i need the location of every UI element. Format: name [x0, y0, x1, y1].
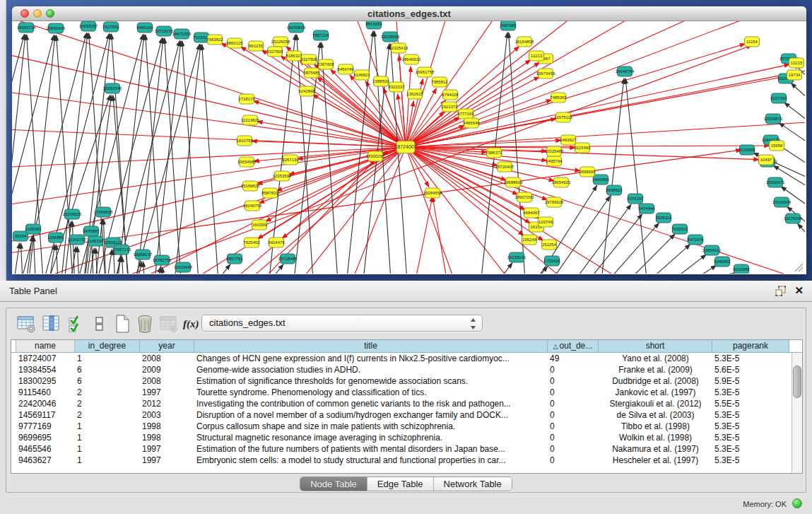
graph-node[interactable]: 9463627 [560, 135, 577, 145]
graph-node[interactable]: 25226058 [271, 37, 290, 47]
graph-node[interactable]: 19756928 [545, 197, 564, 207]
graph-node[interactable]: 1733426 [543, 256, 560, 266]
graph-node[interactable]: 7857224 [312, 30, 329, 40]
graph-node[interactable]: 17359928 [94, 207, 113, 217]
graph-node[interactable]: 9474444 [638, 204, 655, 214]
column-select-icon[interactable] [42, 314, 61, 334]
minimize-window-button[interactable] [33, 9, 42, 18]
column-header-pagerank[interactable]: pagerank [712, 340, 789, 352]
table-row[interactable]: 1830029562008Estimation of significance … [11, 375, 802, 387]
node-attribute-table[interactable]: namein_degreeyeartitle△out_de...shortpag… [11, 339, 803, 474]
delete-icon[interactable] [135, 314, 155, 334]
graph-node[interactable]: 19218506 [381, 32, 400, 42]
graph-node[interactable]: 9146821 [353, 70, 370, 80]
graph-node[interactable]: 16046755 [243, 201, 262, 211]
graph-node[interactable]: 1621072 [441, 102, 458, 112]
graph-node[interactable]: 2687682 [500, 21, 517, 30]
graph-node[interactable]: 12213 [529, 51, 544, 61]
graph-node[interactable]: 5875685 [303, 68, 320, 78]
graph-node[interactable]: 252254 [542, 240, 557, 250]
graph-node[interactable]: 20206505 [63, 209, 82, 219]
graph-node[interactable]: 195248 [522, 235, 537, 245]
graph-node[interactable]: 16154808 [515, 37, 534, 47]
graph-node[interactable]: 9115460 [575, 143, 592, 153]
table-row[interactable]: 911546021997Tourette syndrome. Phenomeno… [11, 387, 802, 398]
table-row[interactable]: 1872400712008Changes of HCN gene express… [11, 353, 802, 364]
graph-node[interactable]: 16053809 [287, 23, 306, 33]
scrollbar-thumb[interactable] [793, 366, 801, 398]
graph-node[interactable]: 9245652 [714, 257, 731, 267]
graph-node[interactable]: 1640954 [592, 175, 609, 185]
graph-node[interactable]: 12975115 [554, 112, 573, 122]
row-checks-icon[interactable] [67, 314, 87, 334]
graph-node[interactable]: 9465546 [463, 118, 480, 128]
graph-node[interactable]: 9327508 [300, 54, 317, 64]
table-row[interactable]: 2242004622012Investigating the contribut… [11, 398, 802, 409]
graph-node[interactable]: 14138141 [507, 252, 526, 262]
graph-node[interactable]: 8813054 [365, 21, 382, 29]
graph-node[interactable]: 7625402 [243, 238, 260, 247]
tab-edge-table[interactable]: Edge Table [367, 477, 434, 491]
float-panel-icon[interactable] [775, 286, 787, 297]
graph-node[interactable]: 16648784 [616, 66, 635, 76]
graph-node[interactable]: 39154 [13, 231, 28, 241]
graph-node[interactable]: 9495794 [546, 156, 563, 166]
table-row[interactable]: 1938455462009Genome-wide association stu… [11, 364, 802, 375]
graph-node[interactable]: 7955812 [431, 77, 448, 87]
graph-node[interactable]: 9466160 [136, 23, 153, 33]
graph-node[interactable]: 7632621 [671, 224, 688, 234]
window-resize-grip[interactable] [792, 261, 804, 272]
table-row[interactable]: 1456911722003Disruption of a novel membe… [11, 409, 802, 421]
graph-node[interactable]: 9699695 [579, 167, 596, 177]
graph-node[interactable]: 10958107 [134, 250, 153, 259]
graph-node[interactable]: 11154 [745, 37, 760, 47]
citation-network-graph[interactable]: 1405572420691406106532671527602946616010… [12, 21, 805, 274]
table-row[interactable]: 946554611997Estimation of the future num… [11, 443, 802, 455]
graph-node[interactable]: 9860125 [226, 38, 243, 48]
graph-node[interactable]: 14671355 [172, 29, 192, 39]
graph-node[interactable]: 9975887 [83, 226, 100, 236]
graph-node[interactable]: 8215955 [739, 145, 755, 155]
table-row[interactable]: 969969511998Structural magnetic resonanc… [11, 432, 802, 443]
graph-node[interactable]: 14055724 [17, 23, 36, 33]
graph-node[interactable]: 6794028 [442, 90, 459, 100]
graph-node[interactable]: 10654112 [702, 245, 722, 255]
graph-node[interactable]: 891235 [249, 41, 264, 51]
graph-node[interactable]: 1527602 [102, 22, 119, 32]
graph-node[interactable]: 19734 [787, 70, 802, 80]
graph-node[interactable]: 10497 [759, 155, 774, 165]
graph-node[interactable]: 12325419 [389, 43, 408, 53]
column-header-name[interactable]: name [16, 340, 75, 352]
tab-network-table[interactable]: Network Table [434, 477, 512, 491]
network-window-titlebar[interactable]: citations_edges.txt [12, 6, 806, 21]
graph-node[interactable]: 160399 [252, 220, 267, 230]
network-view-canvas[interactable]: 1405572420691406106532671527602946616010… [12, 21, 805, 274]
graph-node[interactable]: 12215 [789, 58, 804, 68]
graph-node[interactable]: 20691406 [47, 23, 66, 33]
graph-node[interactable]: 10025488 [545, 146, 564, 156]
graph-node[interactable]: 2935114 [656, 213, 673, 223]
graph-node[interactable]: 18907203 [515, 192, 534, 202]
graph-node[interactable]: 9684067 [523, 208, 540, 218]
graph-node[interactable]: 11923448 [174, 262, 193, 272]
graph-node[interactable]: 15718485 [278, 254, 298, 264]
graph-node[interactable]: 10719155 [155, 26, 174, 36]
graph-node[interactable]: 9327505 [266, 47, 283, 57]
graph-node[interactable]: 8322037 [388, 82, 405, 92]
function-icon[interactable]: f(x) [183, 314, 203, 334]
table-select-dropdown[interactable]: citations_edges.txt [201, 315, 483, 332]
graph-node[interactable]: 15720407 [495, 162, 514, 172]
graph-node[interactable]: 1810755 [236, 136, 253, 146]
graph-node[interactable]: 9777169 [457, 109, 474, 119]
graph-node[interactable]: 19654923 [552, 177, 571, 187]
graph-node[interactable]: 6379197 [627, 194, 644, 204]
graph-node[interactable]: 20053346 [103, 83, 122, 93]
graph-node[interactable]: 12342757 [68, 235, 87, 245]
close-window-button[interactable] [20, 9, 29, 18]
graph-node[interactable]: 9215955 [733, 264, 750, 274]
column-header-out_degree[interactable]: △out_de... [548, 340, 599, 352]
graph-node[interactable]: 2718170 [238, 94, 255, 104]
column-header-short[interactable]: short [599, 340, 712, 352]
graph-node[interactable]: 10653267 [79, 21, 98, 31]
graph-node[interactable]: 9227343 [770, 93, 787, 103]
